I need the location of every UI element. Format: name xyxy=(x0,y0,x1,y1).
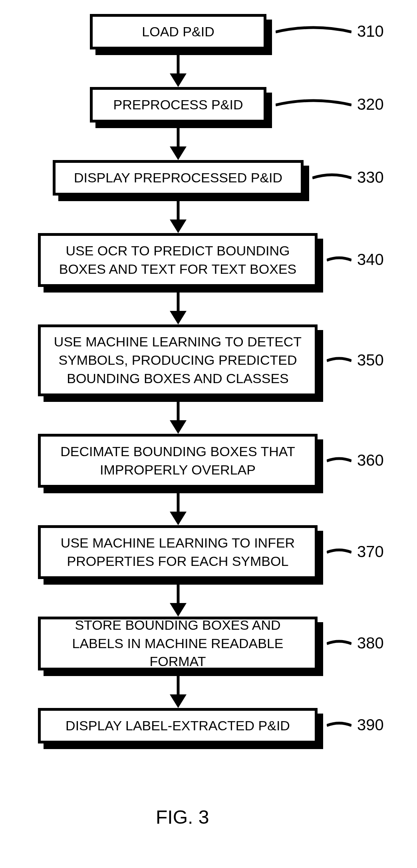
step-label-340: 340 xyxy=(357,251,384,269)
step-360: DECIMATE BOUNDING BOXES THAT IMPROPERLY … xyxy=(38,434,318,488)
lead-line-370 xyxy=(327,545,351,560)
step-label-350: 350 xyxy=(357,351,384,369)
step-390: DISPLAY LABEL-EXTRACTED P&ID xyxy=(38,708,318,743)
step-box: DISPLAY LABEL-EXTRACTED P&ID xyxy=(38,708,318,743)
svg-marker-7 xyxy=(170,311,187,324)
step-label-390: 390 xyxy=(357,716,384,734)
step-box: LOAD P&ID xyxy=(90,14,266,49)
step-text: DISPLAY LABEL-EXTRACTED P&ID xyxy=(66,717,290,735)
step-380: STORE BOUNDING BOXES AND LABELS IN MACHI… xyxy=(38,617,318,670)
svg-marker-11 xyxy=(170,512,187,525)
step-label-370: 370 xyxy=(357,543,384,561)
step-label-310: 310 xyxy=(357,22,384,40)
step-text: USE MACHINE LEARNING TO DETECT SYMBOLS, … xyxy=(50,333,305,388)
step-text: DECIMATE BOUNDING BOXES THAT IMPROPERLY … xyxy=(50,443,305,479)
svg-marker-5 xyxy=(170,219,187,233)
step-text: STORE BOUNDING BOXES AND LABELS IN MACHI… xyxy=(50,616,305,671)
lead-line-390 xyxy=(327,718,351,733)
svg-marker-3 xyxy=(170,146,187,160)
lead-line-380 xyxy=(327,637,351,651)
arrow-360-370 xyxy=(165,493,191,525)
flowchart-canvas: LOAD P&ID 310 PREPROCESS P&ID 320 DISPLA… xyxy=(0,0,417,868)
step-box: USE MACHINE LEARNING TO INFER PROPERTIES… xyxy=(38,525,318,579)
step-320: PREPROCESS P&ID xyxy=(90,87,266,123)
step-330: DISPLAY PREPROCESSED P&ID xyxy=(53,160,304,196)
step-370: USE MACHINE LEARNING TO INFER PROPERTIES… xyxy=(38,525,318,579)
step-box: STORE BOUNDING BOXES AND LABELS IN MACHI… xyxy=(38,617,318,670)
step-box: USE OCR TO PREDICT BOUNDING BOXES AND TE… xyxy=(38,233,318,287)
arrow-350-360 xyxy=(165,402,191,434)
step-340: USE OCR TO PREDICT BOUNDING BOXES AND TE… xyxy=(38,233,318,287)
step-box: DISPLAY PREPROCESSED P&ID xyxy=(53,160,304,196)
lead-line-350 xyxy=(327,354,351,368)
lead-line-320 xyxy=(276,98,351,112)
lead-line-340 xyxy=(327,253,351,267)
lead-line-310 xyxy=(276,25,351,39)
arrow-310-320 xyxy=(165,55,191,87)
step-text: PREPROCESS P&ID xyxy=(113,96,243,114)
step-text: USE OCR TO PREDICT BOUNDING BOXES AND TE… xyxy=(50,242,305,279)
svg-marker-13 xyxy=(170,603,187,617)
figure-caption: FIG. 3 xyxy=(156,806,209,828)
step-text: USE MACHINE LEARNING TO INFER PROPERTIES… xyxy=(50,534,305,571)
arrow-340-350 xyxy=(165,293,191,324)
step-label-330: 330 xyxy=(357,168,384,186)
arrow-320-330 xyxy=(165,128,191,160)
arrow-370-380 xyxy=(165,585,191,617)
step-label-320: 320 xyxy=(357,95,384,113)
lead-line-360 xyxy=(327,454,351,468)
lead-line-330 xyxy=(312,171,351,185)
svg-marker-9 xyxy=(170,420,187,434)
svg-marker-1 xyxy=(170,73,187,87)
step-label-360: 360 xyxy=(357,451,384,469)
step-text: DISPLAY PREPROCESSED P&ID xyxy=(74,169,282,187)
step-350: USE MACHINE LEARNING TO DETECT SYMBOLS, … xyxy=(38,324,318,396)
step-text: LOAD P&ID xyxy=(142,23,214,41)
step-box: DECIMATE BOUNDING BOXES THAT IMPROPERLY … xyxy=(38,434,318,488)
arrow-380-390 xyxy=(165,676,191,708)
step-box: PREPROCESS P&ID xyxy=(90,87,266,123)
arrow-330-340 xyxy=(165,201,191,233)
step-label-380: 380 xyxy=(357,634,384,652)
step-box: USE MACHINE LEARNING TO DETECT SYMBOLS, … xyxy=(38,324,318,396)
svg-marker-15 xyxy=(170,694,187,708)
step-310: LOAD P&ID xyxy=(90,14,266,49)
